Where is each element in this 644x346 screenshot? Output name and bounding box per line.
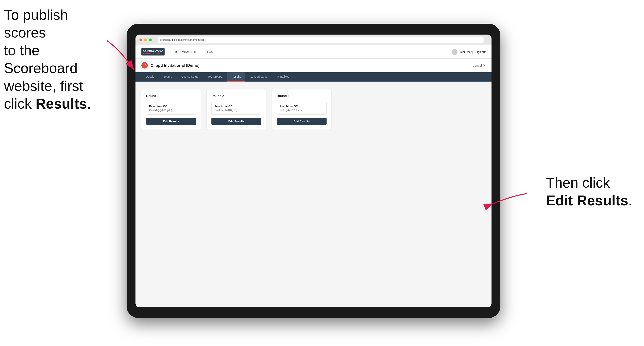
round-3-edit-results-button[interactable]: Edit Results — [277, 118, 326, 125]
browser-url-text: scoreboard.clippd.com/tournament/edit — [160, 38, 204, 41]
round-2-course-card: Peachtree GC Gold (M) (7010 yds) — [212, 102, 261, 115]
logo-tagline: Powered by clippd — [143, 52, 163, 54]
round-2-course-details: Gold (M) (7010 yds) — [214, 109, 258, 112]
tournament-name: Clippd Invitational (Demo) — [150, 63, 200, 68]
round-3-course-name: Peachtree GC — [280, 105, 324, 108]
round-2-course-name: Peachtree GC — [214, 105, 258, 108]
nav-right: Test User | Sign out — [452, 49, 486, 55]
edit-results-period: . — [628, 192, 632, 208]
round-3-course-card: Peachtree GC Gold (M) (7010 yds) — [277, 102, 326, 115]
browser-maximize-dot — [149, 38, 152, 41]
edit-results-emphasis: Edit Results — [546, 192, 628, 208]
logo-box: SCOREBOARD Powered by clippd — [142, 48, 164, 55]
round-3-course-details: Gold (M) (7010 yds) — [280, 109, 324, 112]
instruction-left: To publish scores to the Scoreboard webs… — [4, 6, 107, 113]
tab-leaderboards[interactable]: Leaderboards — [246, 72, 272, 82]
tab-details[interactable]: Details — [142, 72, 159, 82]
round-1-course-details: Gold (M) (7010 yds) — [149, 109, 193, 112]
tab-course-setup[interactable]: Course Setup — [177, 72, 203, 82]
round-2-card: Round 2 Peachtree GC Gold (M) (7010 yds)… — [207, 89, 266, 130]
user-name: Test User | — [460, 50, 473, 53]
round-1-card: Round 1 Peachtree GC Gold (M) (7010 yds)… — [142, 89, 201, 130]
instruction-left-text: To publish scores to the Scoreboard webs… — [4, 7, 91, 112]
round-3-title: Round 3 — [277, 94, 326, 98]
nav-links: TOURNAMENTS TEAMS — [174, 50, 452, 53]
instruction-right: Then click Edit Results. — [546, 174, 632, 209]
rounds-grid: Round 1 Peachtree GC Gold (M) (7010 yds)… — [142, 89, 486, 130]
tournament-icon: C — [142, 62, 148, 69]
tab-results[interactable]: Results — [227, 72, 245, 82]
arrow-to-results — [105, 38, 136, 79]
nav-teams[interactable]: TEAMS — [205, 50, 216, 53]
tab-bar: Details Teams Course Setup Tee Groups Re… — [136, 72, 492, 82]
round-3-card: Round 3 Peachtree GC Gold (M) (7010 yds)… — [272, 89, 331, 130]
results-emphasis: Results — [36, 96, 87, 112]
cancel-button[interactable]: Cancel ✕ — [472, 64, 486, 67]
round-1-course-name: Peachtree GC — [149, 105, 193, 108]
cancel-icon: ✕ — [483, 64, 486, 67]
app-content: SCOREBOARD Powered by clippd TOURNAMENTS… — [136, 45, 492, 307]
tab-tee-groups[interactable]: Tee Groups — [204, 72, 226, 82]
browser-url-bar[interactable]: scoreboard.clippd.com/tournament/edit — [158, 37, 484, 43]
tab-printables[interactable]: Printables — [272, 72, 294, 82]
browser-bar: scoreboard.clippd.com/tournament/edit — [136, 34, 492, 45]
browser-close-dot — [140, 38, 142, 41]
sign-out-link[interactable]: Sign out — [476, 50, 486, 53]
top-nav: SCOREBOARD Powered by clippd TOURNAMENTS… — [136, 45, 492, 59]
tablet-device: scoreboard.clippd.com/tournament/edit SC… — [126, 24, 500, 318]
round-2-title: Round 2 — [212, 94, 261, 98]
arrow-to-edit-results — [490, 188, 529, 212]
tab-teams[interactable]: Teams — [160, 72, 176, 82]
logo-name: SCOREBOARD — [143, 49, 163, 52]
nav-tournaments[interactable]: TOURNAMENTS — [174, 50, 198, 53]
logo-text: SCOREBOARD Powered by clippd — [142, 48, 164, 55]
main-content: Round 1 Peachtree GC Gold (M) (7010 yds)… — [136, 82, 492, 307]
tablet-screen: scoreboard.clippd.com/tournament/edit SC… — [136, 34, 492, 307]
round-1-edit-results-button[interactable]: Edit Results — [146, 118, 196, 125]
logo-area: SCOREBOARD Powered by clippd — [142, 48, 164, 55]
instruction-right-text: Then click Edit Results. — [546, 175, 632, 208]
round-1-title: Round 1 — [146, 94, 196, 98]
tournament-title-row: C Clippd Invitational (Demo) — [142, 62, 200, 69]
tournament-header: C Clippd Invitational (Demo) Cancel ✕ — [136, 59, 492, 72]
user-avatar — [452, 49, 458, 55]
round-1-course-card: Peachtree GC Gold (M) (7010 yds) — [146, 102, 196, 115]
round-2-edit-results-button[interactable]: Edit Results — [212, 118, 261, 125]
cancel-label: Cancel — [472, 64, 482, 67]
browser-minimize-dot — [144, 38, 147, 41]
